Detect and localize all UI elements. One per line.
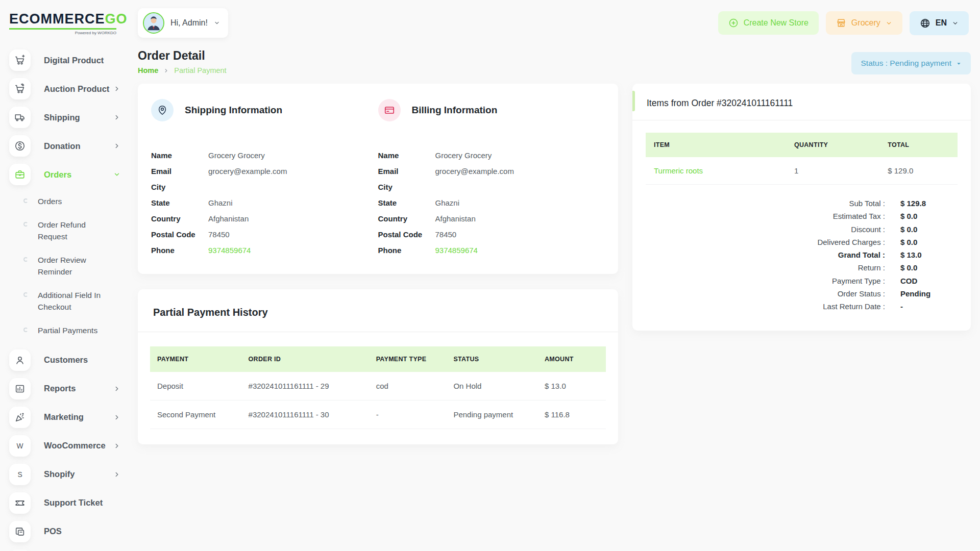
billing-information-section: Billing Information NameGrocery Grocery … (378, 99, 605, 256)
item-name-link[interactable]: Turmeric roots (654, 166, 703, 175)
cart-plus-icon (9, 49, 31, 71)
column-header-status: STATUS (446, 346, 537, 372)
summary-label: Discount : (646, 224, 900, 235)
right-column: Items from Order #320241011161111 ITEM Q… (632, 84, 971, 331)
column-header-order-id: ORDER ID (241, 346, 369, 372)
admin-greeting: Hi, Admin! (170, 18, 208, 28)
globe-icon (920, 18, 930, 29)
summary-value: $ 0.0 (900, 224, 958, 235)
table-row: Second Payment #320241011161111 - 30 - P… (150, 400, 606, 429)
sidebar-item-label: Support Ticket (44, 498, 103, 508)
summary-label: Sub Total : (646, 198, 900, 209)
column-header-payment-type: PAYMENT TYPE (369, 346, 447, 372)
cell-payment: Second Payment (150, 400, 241, 429)
chevron-right-icon (163, 68, 169, 73)
submenu-item-order-refund-request[interactable]: Order Refund Request (23, 213, 124, 248)
admin-profile-dropdown[interactable]: Hi, Admin! (138, 8, 228, 38)
summary-row-estimated-tax: Estimated Tax : $ 0.0 (646, 211, 958, 221)
billing-title: Billing Information (412, 105, 498, 116)
order-status-dropdown[interactable]: Status : Pending payment (851, 52, 971, 74)
logo-wordmark: ECOMMERCEGO (9, 11, 138, 27)
breadcrumb: Home Partial Payment (138, 66, 227, 74)
sidebar-item-shipping[interactable]: Shipping (9, 103, 124, 132)
phone-link[interactable]: 9374859674 (435, 245, 595, 256)
language-selector-button[interactable]: EN (910, 11, 969, 35)
summary-label: Return : (646, 262, 900, 273)
svg-text:S: S (17, 470, 22, 478)
summary-value: - (900, 301, 958, 312)
sidebar-item-label: Auction Product (44, 84, 109, 94)
language-label: EN (936, 18, 947, 28)
sidebar-item-label: Orders (44, 170, 71, 180)
briefcase-icon (9, 164, 31, 185)
location-pin-icon (151, 99, 174, 121)
sidebar-item-shopify[interactable]: S Shopify (9, 460, 124, 489)
cell-status: On Hold (446, 372, 537, 400)
user-icon (9, 349, 31, 371)
partial-payment-history-card: Partial Payment History PAYMENT ORDER ID… (138, 289, 618, 444)
field-value: grocery@example.com (435, 166, 595, 177)
shipping-fields: NameGrocery Grocery Emailgrocery@example… (151, 150, 368, 256)
column-header-amount: AMOUNT (537, 346, 606, 372)
sidebar-item-woocommerce[interactable]: W WooCommerce (9, 432, 124, 460)
chevron-right-icon (113, 114, 120, 121)
brand-logo[interactable]: ECOMMERCEGO Powered by WORKDO (9, 11, 138, 35)
cell-amount: $ 116.8 (537, 400, 606, 429)
table-row: Deposit #320241011161111 - 29 cod On Hol… (150, 372, 606, 400)
orders-submenu: Orders Order Refund Request Order Review… (9, 189, 124, 346)
cell-payment: Deposit (150, 372, 241, 400)
svg-text:W: W (17, 442, 23, 449)
shopify-icon: S (9, 464, 31, 485)
submenu-item-additional-field-in-checkout[interactable]: Additional Field In Checkout (23, 284, 124, 319)
submenu-item-label: Orders (38, 196, 62, 207)
pos-icon (9, 521, 31, 542)
field-value: Afghanistan (435, 213, 595, 224)
submenu-item-orders[interactable]: Orders (23, 190, 124, 213)
column-header-quantity: QUANTITY (786, 133, 879, 157)
summary-row-order-status: Order Status : Pending (646, 288, 958, 299)
submenu-item-order-review-reminder[interactable]: Order Review Reminder (23, 248, 124, 284)
phone-link[interactable]: 9374859674 (208, 245, 368, 256)
powered-by-text: Powered by WORKDO (9, 28, 116, 35)
left-column: Shipping Information NameGrocery Grocery… (138, 84, 618, 444)
breadcrumb-home-link[interactable]: Home (138, 66, 158, 74)
sidebar-item-donation[interactable]: Donation (9, 132, 124, 160)
submenu-item-label: Order Review Reminder (38, 255, 115, 278)
order-items-title: Items from Order #320241011161111 (646, 95, 958, 109)
sidebar-item-orders[interactable]: Orders (9, 160, 124, 189)
field-label: Country (151, 213, 208, 224)
store-name-label: Grocery (851, 18, 880, 28)
sidebar-item-support-ticket[interactable]: Support Ticket (9, 489, 124, 517)
order-items-card: Items from Order #320241011161111 ITEM Q… (632, 84, 971, 331)
sidebar-item-digital-product[interactable]: Digital Product (9, 46, 124, 74)
sidebar-item-marketing[interactable]: Marketing (9, 403, 124, 432)
chevron-down-icon (113, 171, 120, 178)
cell-total: $ 129.0 (879, 157, 958, 185)
sidebar-item-partial[interactable] (9, 546, 124, 551)
sidebar-item-pos[interactable]: POS (9, 517, 124, 546)
summary-row-payment-type: Payment Type : COD (646, 276, 958, 286)
store-selector-button[interactable]: Grocery (826, 11, 902, 35)
sidebar-item-auction-product[interactable]: Auction Product (9, 74, 124, 103)
sidebar-item-label: Digital Product (44, 56, 104, 65)
sidebar-item-customers[interactable]: Customers (9, 346, 124, 374)
billing-fields: NameGrocery Grocery Emailgrocery@example… (378, 150, 595, 256)
order-summary: Sub Total : $ 129.8 Estimated Tax : $ 0.… (646, 198, 958, 312)
create-new-store-button[interactable]: Create New Store (718, 11, 819, 35)
field-value: Grocery Grocery (435, 150, 595, 161)
field-value: Afghanistan (208, 213, 368, 224)
field-value: Ghazni (208, 197, 368, 208)
submenu-item-partial-payments[interactable]: Partial Payments (23, 319, 124, 342)
summary-value: $ 0.0 (900, 211, 958, 221)
breadcrumb-current: Partial Payment (174, 66, 226, 74)
field-value: 78450 (435, 229, 595, 240)
sidebar-item-reports[interactable]: Reports (9, 374, 124, 403)
summary-value: $ 0.0 (900, 237, 958, 247)
chevron-right-icon (113, 85, 120, 92)
logo-main-text: ECOMMERCE (9, 11, 105, 27)
field-label: Postal Code (378, 229, 435, 240)
summary-label: Estimated Tax : (646, 211, 900, 221)
order-items-table: ITEM QUANTITY TOTAL Turmeric roots 1 $ 1… (646, 133, 958, 185)
field-label: Phone (378, 245, 435, 256)
table-row: Turmeric roots 1 $ 129.0 (646, 157, 958, 185)
